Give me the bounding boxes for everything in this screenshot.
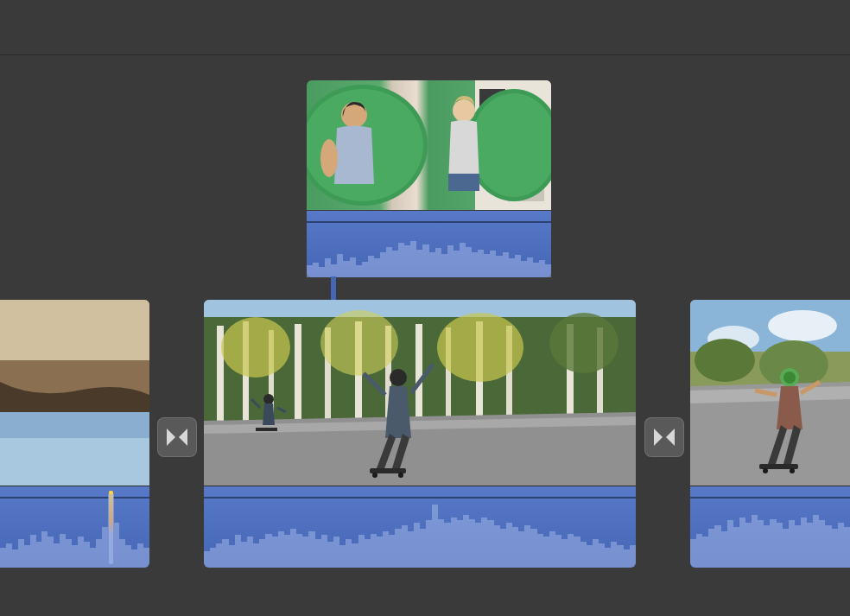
timeline-clip-1[interactable] xyxy=(0,300,149,568)
timeline-clip-3[interactable] xyxy=(690,300,850,568)
svg-rect-14 xyxy=(0,438,149,486)
svg-rect-37 xyxy=(256,428,277,431)
overlay-clip[interactable] xyxy=(307,80,551,277)
overlay-clip-video-thumbnail[interactable] xyxy=(307,80,551,210)
overlay-connector xyxy=(331,276,336,301)
svg-point-31 xyxy=(320,310,398,376)
audio-waveform xyxy=(690,486,850,568)
timeline-divider xyxy=(0,54,850,55)
svg-point-33 xyxy=(549,313,618,373)
transition-icon xyxy=(652,425,676,449)
svg-point-55 xyxy=(763,468,768,473)
timeline-container xyxy=(0,0,850,616)
clip-audio-track[interactable] xyxy=(0,486,149,568)
clip-video-thumbnail[interactable] xyxy=(204,300,636,486)
svg-point-8 xyxy=(320,139,338,177)
svg-point-42 xyxy=(372,473,377,478)
audio-waveform xyxy=(0,486,149,568)
svg-rect-20 xyxy=(295,324,301,429)
overlay-clip-audio-track[interactable] xyxy=(307,210,551,277)
svg-point-43 xyxy=(398,473,403,478)
main-video-track xyxy=(0,300,850,568)
transition-icon xyxy=(165,425,189,449)
timeline-clip-2[interactable] xyxy=(204,300,636,568)
svg-point-45 xyxy=(768,310,837,341)
svg-point-30 xyxy=(221,317,290,378)
svg-point-38 xyxy=(390,369,407,386)
svg-point-56 xyxy=(790,468,795,473)
transition-2[interactable] xyxy=(645,418,683,456)
svg-point-32 xyxy=(437,313,523,382)
audio-waveform xyxy=(307,211,551,277)
clip-audio-track[interactable] xyxy=(204,486,636,568)
svg-point-34 xyxy=(263,394,274,404)
clip-video-thumbnail[interactable] xyxy=(690,300,850,486)
clip-video-thumbnail[interactable] xyxy=(0,300,149,486)
audio-waveform xyxy=(204,486,636,568)
svg-point-9 xyxy=(453,99,475,122)
svg-point-51 xyxy=(783,372,796,384)
svg-point-48 xyxy=(695,339,755,382)
clip-audio-track[interactable] xyxy=(690,486,850,568)
svg-rect-10 xyxy=(448,174,479,191)
transition-1[interactable] xyxy=(158,418,196,456)
